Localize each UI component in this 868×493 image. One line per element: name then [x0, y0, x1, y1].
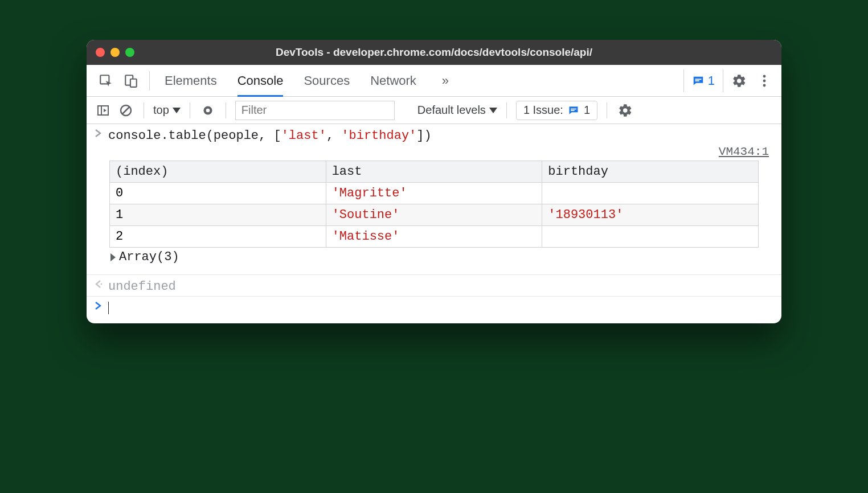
svg-rect-16	[571, 110, 575, 111]
cell-index: 1	[110, 204, 326, 226]
col-index[interactable]: (index)	[110, 161, 326, 183]
clear-console-icon[interactable]	[117, 99, 134, 122]
svg-rect-4	[695, 80, 699, 81]
messages-count: 1	[708, 73, 715, 88]
console-table[interactable]: (index) last birthday 0 'Magritte' 1 'So…	[109, 161, 759, 248]
return-arrow-icon	[95, 280, 108, 289]
context-selector[interactable]: top	[153, 104, 181, 117]
device-toggle-icon[interactable]	[120, 69, 142, 92]
console-settings-icon[interactable]	[616, 101, 634, 120]
svg-point-14	[206, 108, 210, 112]
toggle-sidebar-icon[interactable]	[95, 99, 112, 122]
separator	[607, 102, 607, 118]
prompt-icon	[95, 301, 108, 310]
text-caret	[108, 302, 109, 314]
array-label: Array(3)	[119, 250, 179, 264]
issues-count: 1	[584, 104, 590, 117]
filter-input[interactable]	[235, 101, 395, 120]
return-value: undefined	[108, 280, 176, 294]
window-title: DevTools - developer.chrome.com/docs/dev…	[276, 46, 592, 59]
main-tabbar: Elements Console Sources Network » 1	[87, 65, 781, 97]
svg-point-6	[763, 79, 766, 82]
traffic-lights	[96, 48, 134, 57]
levels-label: Default levels	[417, 104, 486, 117]
console-return-row: undefined	[87, 274, 781, 297]
issues-label: 1 Issue:	[523, 104, 563, 117]
disclosure-icon[interactable]	[110, 253, 116, 261]
console-toolbar: top Default levels 1 Issue: 1	[87, 97, 781, 124]
console-command[interactable]: console.table(people, ['last', 'birthday…	[108, 129, 432, 143]
table-row[interactable]: 1 'Soutine' '18930113'	[110, 204, 759, 226]
chevron-down-icon	[173, 108, 181, 113]
levels-selector[interactable]: Default levels	[417, 104, 497, 117]
cell-birthday	[542, 183, 759, 204]
message-icon	[568, 105, 579, 116]
chevron-down-icon	[489, 108, 497, 113]
svg-marker-10	[104, 109, 107, 112]
minimize-icon[interactable]	[110, 48, 120, 57]
console-input-row: console.table(people, ['last', 'birthday…	[87, 124, 781, 145]
source-link[interactable]: VM434:1	[87, 145, 781, 158]
tabs-overflow-icon[interactable]: »	[437, 73, 454, 88]
separator	[226, 102, 226, 118]
col-birthday[interactable]: birthday	[542, 161, 759, 183]
table-row[interactable]: 2 'Matisse'	[110, 226, 759, 248]
svg-rect-15	[571, 108, 576, 109]
svg-rect-8	[98, 106, 108, 115]
col-last[interactable]: last	[326, 161, 542, 183]
table-header-row: (index) last birthday	[110, 161, 759, 183]
cell-birthday: '18930113'	[542, 204, 759, 226]
chevron-right-icon	[95, 129, 108, 138]
tab-elements[interactable]: Elements	[165, 65, 217, 96]
zoom-icon[interactable]	[125, 48, 134, 57]
tabs: Elements Console Sources Network »	[165, 65, 454, 96]
right-tools: 1	[683, 69, 773, 92]
cell-birthday	[542, 226, 759, 248]
cell-last: 'Magritte'	[326, 183, 542, 204]
separator	[190, 102, 190, 118]
separator	[149, 71, 150, 91]
titlebar[interactable]: DevTools - developer.chrome.com/docs/dev…	[87, 40, 781, 65]
table-output: (index) last birthday 0 'Magritte' 1 'So…	[109, 161, 759, 269]
svg-rect-3	[695, 79, 701, 80]
separator	[144, 102, 144, 118]
devtools-window: DevTools - developer.chrome.com/docs/dev…	[87, 40, 781, 323]
messages-chip[interactable]: 1	[683, 69, 723, 92]
cell-index: 2	[110, 226, 326, 248]
console-body: console.table(people, ['last', 'birthday…	[87, 124, 781, 323]
cell-last: 'Matisse'	[326, 226, 542, 248]
message-icon	[692, 75, 705, 87]
context-label: top	[153, 104, 169, 117]
more-icon[interactable]	[755, 72, 773, 90]
svg-point-7	[763, 84, 766, 87]
svg-rect-2	[130, 79, 137, 87]
close-icon[interactable]	[96, 48, 105, 57]
live-expression-icon[interactable]	[199, 99, 216, 122]
svg-point-17	[101, 284, 103, 285]
tab-sources[interactable]: Sources	[304, 65, 350, 96]
cell-last: 'Soutine'	[326, 204, 542, 226]
settings-icon[interactable]	[730, 72, 748, 90]
svg-point-5	[763, 75, 766, 77]
tab-console[interactable]: Console	[238, 65, 284, 96]
svg-line-12	[122, 107, 129, 114]
console-prompt-row[interactable]	[87, 297, 781, 323]
array-summary[interactable]: Array(3)	[109, 248, 759, 269]
separator	[506, 102, 507, 118]
cell-index: 0	[110, 183, 326, 204]
prompt-input[interactable]	[108, 301, 109, 315]
issues-chip[interactable]: 1 Issue: 1	[516, 101, 597, 120]
tab-network[interactable]: Network	[370, 65, 416, 96]
table-row[interactable]: 0 'Magritte'	[110, 183, 759, 204]
inspect-icon[interactable]	[95, 69, 117, 92]
